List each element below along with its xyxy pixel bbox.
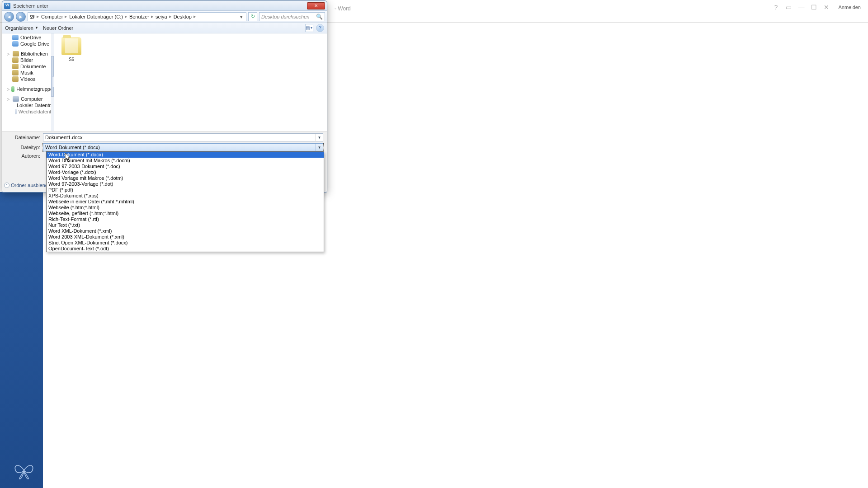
chevron-right-icon[interactable]: ▸ (37, 14, 39, 19)
refresh-button[interactable]: ↻ (248, 12, 257, 21)
folder-icon (61, 37, 81, 55)
system-sidebar (0, 192, 43, 488)
videos-icon (12, 76, 19, 82)
chevron-right-icon[interactable]: ▸ (125, 14, 127, 19)
filetype-option[interactable]: Webseite, gefiltert (*.htm;*.html) (47, 211, 324, 216)
breadcrumb-seg[interactable]: Computer (41, 14, 63, 19)
filetype-option[interactable]: Word Dokument mit Makros (*.docm) (47, 158, 324, 164)
tree-item-computer[interactable]: ▷Computer (2, 96, 54, 102)
close-word-icon[interactable]: ✕ (823, 4, 830, 11)
filetype-option[interactable]: Word 2003 XML-Dokument (*.xml) (47, 234, 324, 240)
documents-icon (12, 64, 19, 69)
breadcrumb-seg[interactable]: Benutzer (129, 14, 149, 19)
content-pane[interactable]: S6 (54, 33, 327, 131)
filetype-option[interactable]: Webseite in einer Datei (*.mht;*.mhtml) (47, 199, 324, 205)
filetype-option[interactable]: PDF (*.pdf) (47, 187, 324, 193)
chevron-up-icon: ˄ (4, 183, 9, 188)
filetype-option[interactable]: Word Vorlage mit Makros (*.dotm) (47, 175, 324, 181)
tree-item-documents[interactable]: Dokumente (2, 63, 54, 70)
word-app-icon (4, 3, 10, 9)
cloud-icon (12, 35, 19, 40)
tree-item-libraries[interactable]: ▷Bibliotheken (2, 51, 54, 57)
filetype-option[interactable]: Word XML-Dokument (*.xml) (47, 228, 324, 234)
tree-item-onedrive[interactable]: OneDrive (2, 34, 54, 41)
maximize-icon[interactable]: ☐ (810, 4, 817, 11)
nav-back-button[interactable]: ◄ (4, 12, 14, 22)
main-split: OneDrive Google Drive ▷Bibliotheken Bild… (2, 33, 327, 131)
filetype-combobox[interactable]: Word-Dokument (*.docx) ▼ (43, 143, 323, 151)
filename-input[interactable]: Dokument1.docx ▼ (43, 133, 323, 141)
minimize-icon[interactable]: — (797, 4, 805, 11)
nav-forward-button[interactable]: ► (16, 12, 26, 22)
filetype-option[interactable]: Word-Vorlage (*.dotx) (47, 169, 324, 175)
dropdown-arrow-icon[interactable]: ▼ (316, 134, 323, 141)
breadcrumb-seg[interactable]: Desktop (174, 14, 192, 19)
computer-icon (13, 96, 19, 102)
help-icon[interactable]: ? (772, 4, 779, 11)
library-icon (13, 51, 19, 56)
dropdown-arrow-icon[interactable]: ▼ (316, 144, 323, 151)
organize-menu[interactable]: Organisieren ▼ (5, 25, 38, 31)
search-icon: 🔍 (316, 14, 323, 20)
search-placeholder: Desktop durchsuchen (261, 14, 309, 19)
expand-icon[interactable]: ▷ (7, 52, 11, 56)
chevron-right-icon[interactable]: ▸ (65, 14, 67, 19)
filetype-option[interactable]: OpenDocument-Text (*.odt) (47, 246, 324, 252)
search-input[interactable]: Desktop durchsuchen 🔍 (259, 12, 325, 21)
filetype-option[interactable]: XPS-Dokument (*.xps) (47, 193, 324, 199)
expand-icon[interactable]: ▷ (7, 87, 9, 91)
dialog-titlebar[interactable]: Speichern unter ✕ (2, 1, 327, 11)
chevron-right-icon[interactable]: ▸ (169, 14, 172, 19)
authors-label: Autoren: (6, 153, 43, 159)
dialog-toolbar: Organisieren ▼ Neuer Ordner ▤▼ ? (2, 23, 327, 33)
pictures-icon (12, 57, 19, 63)
chevron-down-icon: ▼ (35, 26, 38, 30)
address-bar[interactable]: 🖳 ▸ Computer ▸ Lokaler Datenträger (C:) … (28, 12, 246, 21)
tree-item-gdrive[interactable]: Google Drive (2, 41, 54, 47)
computer-icon: 🖳 (30, 14, 35, 19)
filetype-option[interactable]: Rich-Text-Format (*.rtf) (47, 216, 324, 222)
filetype-option[interactable]: Word 97-2003-Dokument (*.doc) (47, 164, 324, 169)
drive-icon (15, 109, 17, 114)
filename-label: Dateiname: (6, 135, 43, 140)
tree-item-local-c[interactable]: Lokaler Datenträ (2, 102, 54, 108)
ribbon-display-icon[interactable]: ▭ (785, 4, 792, 11)
address-dropdown-icon[interactable]: ▾ (238, 13, 244, 21)
filetype-option[interactable]: Webseite (*.htm;*.html) (47, 205, 324, 211)
folder-tree[interactable]: OneDrive Google Drive ▷Bibliotheken Bild… (2, 33, 54, 131)
music-icon (12, 70, 19, 75)
expand-icon[interactable]: ▷ (7, 97, 11, 101)
help-button[interactable]: ? (316, 24, 324, 32)
breadcrumb-seg[interactable]: Lokaler Datenträger (C:) (69, 14, 123, 19)
breadcrumb-seg[interactable]: seiya (156, 14, 167, 19)
tree-item-homegroup[interactable]: ▷Heimnetzgruppe (2, 86, 54, 92)
filetype-option[interactable]: Word-Dokument (*.docx) (47, 152, 324, 158)
view-options-button[interactable]: ▤▼ (305, 24, 313, 32)
homegroup-icon (11, 86, 14, 92)
filetype-option[interactable]: Nur Text (*.txt) (47, 222, 324, 228)
new-folder-button[interactable]: Neuer Ordner (43, 25, 73, 31)
tree-item-removable[interactable]: Wechseldatentr (2, 108, 54, 115)
tree-splitter-handle[interactable]: ⋮ (52, 76, 54, 87)
folder-label: S6 (58, 57, 85, 62)
filetype-dropdown-list[interactable]: Word-Dokument (*.docx) Word Dokument mit… (46, 151, 324, 252)
sign-in-link[interactable]: Anmelden (835, 4, 863, 11)
dialog-title: Speichern unter (13, 3, 48, 9)
word-topright-controls: ? ▭ — ☐ ✕ Anmelden (772, 4, 863, 11)
tree-item-music[interactable]: Musik (2, 70, 54, 76)
chevron-right-icon[interactable]: ▸ (193, 14, 196, 19)
chevron-right-icon[interactable]: ▸ (151, 14, 154, 19)
word-window-title: - Word (335, 5, 351, 12)
cloud-icon (12, 41, 19, 47)
tree-item-videos[interactable]: Videos (2, 76, 54, 82)
folder-item[interactable]: S6 (58, 37, 85, 62)
filetype-label: Dateityp: (6, 145, 43, 150)
filetype-option[interactable]: Strict Open XML-Dokument (*.docx) (47, 240, 324, 246)
document-page (43, 239, 868, 488)
butterfly-logo-icon (13, 461, 35, 480)
filetype-option[interactable]: Word 97-2003-Vorlage (*.dot) (47, 181, 324, 187)
navigation-row: ◄ ► 🖳 ▸ Computer ▸ Lokaler Datenträger (… (2, 11, 327, 23)
tree-item-pictures[interactable]: Bilder (2, 57, 54, 63)
dialog-close-button[interactable]: ✕ (307, 2, 325, 9)
